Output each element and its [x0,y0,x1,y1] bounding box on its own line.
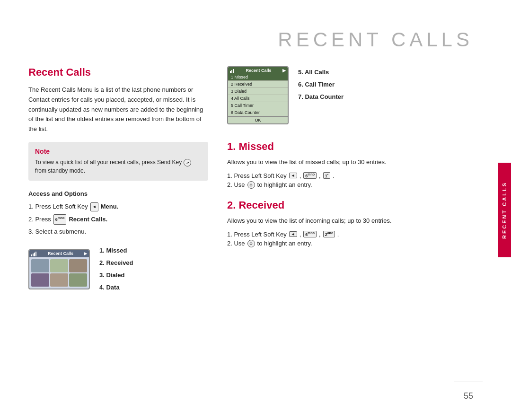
intro-text: The Recent Calls Menu is a list of the l… [28,85,208,134]
received-heading: 2. Received [227,199,483,211]
grid-cell-1 [31,259,49,272]
key-6mno-missed-icon: 6mno [303,172,317,179]
missed-step-1: 1. Press Left Soft Key ◄ , 6mno , 1▪ . [227,172,483,179]
access-options-heading: Access and Options [28,190,208,197]
key-6mno-received-icon: 6mno [303,231,317,237]
phone2-title-text: Recent Calls [48,251,73,256]
grid-cell-5 [50,273,68,287]
section-heading-recent-calls: Recent Calls [28,66,208,79]
missed-heading: 1. Missed [227,140,483,153]
phone-menu-data-counter: 6 Data Counter [228,109,288,116]
sidebar-tab-label: RECENT CALLS [502,182,507,239]
step-3: 3. Select a submenu. [28,226,208,238]
page-title-bar: RECENT CALLS [278,28,473,51]
menu-item-all-calls: 5. All Calls [298,66,344,79]
left-menu-items-list: 1. Missed 2. Received 3. Dialed 4. Data [99,245,133,294]
right-extra-menu-items: 5. All Calls 6. Call Timer 7. Data Count… [298,66,344,103]
menu-item-data-counter: 7. Data Counter [298,91,344,103]
right-column: Recent Calls ▶ 1 Missed 2 Received 3 Dia… [227,66,483,382]
sidebar-tab: RECENT CALLS [498,163,511,257]
phone-screen-title-bar: Recent Calls ▶ [228,67,288,74]
key-1-missed-icon: 1▪ [323,172,331,179]
key-6-icon: 6mno [53,214,67,224]
page-title: RECENT CALLS [278,28,473,51]
phone-menu-all-calls: 4 All Calls [228,95,288,102]
main-content: Recent Calls The Recent Calls Menu is a … [28,66,483,382]
menu-item-data: 4. Data [99,281,133,294]
received-description: Allows you to view the list of incoming … [227,216,483,226]
soft-key-left-icon-missed: ◄ [289,173,297,178]
phone2-title-bar: Recent Calls ▶ [29,250,89,257]
phone-ok-bar: OK [228,116,288,123]
soft-key-icon: ◄ [90,202,98,211]
received-step-1: 1. Press Left Soft Key ◄ , 6mno , 2abc . [227,231,483,238]
phone-menu-dialed: 3 Dialed [228,88,288,95]
note-box: Note To view a quick list of all your re… [28,142,208,181]
grid-cell-3 [69,259,87,272]
key-2abc-received-icon: 2abc [323,231,335,237]
step-1: 1. Press Left Soft Key ◄ Menu. [28,201,208,213]
menu-item-dialed: 3. Dialed [99,269,133,281]
phone-menu-call-timer: 5 Call Timer [228,102,288,109]
grid-cell-6 [69,273,87,287]
missed-step-2: 2. Use ⊙ to highlight an entry. [227,181,483,189]
signal-icon-2 [230,69,234,73]
page-number: 55 [464,391,473,401]
grid-cell-2 [50,259,68,272]
menu-item-received: 2. Received [99,257,133,269]
top-right-area: Recent Calls ▶ 1 Missed 2 Received 3 Dia… [227,66,483,131]
missed-description: Allows you to view the list of missed ca… [227,158,483,167]
phone-menu-missed: 1 Missed [228,74,288,81]
section-missed: 1. Missed Allows you to view the list of… [227,140,483,189]
section-received: 2. Received Allows you to view the list … [227,199,483,247]
signal-icon [31,252,36,256]
send-key-icon: ↗ [184,159,191,166]
nav-key-icon-missed: ⊙ [247,181,255,189]
phone-screen-images: Recent Calls ▶ [28,249,90,289]
note-text: To view a quick list of all your recent … [35,158,202,175]
menu-item-missed: 1. Missed [99,245,133,257]
menu-item-call-timer: 6. Call Timer [298,79,344,91]
note-label: Note [35,148,202,155]
step-2: 2. Press 6mno Recent Calls. [28,214,208,226]
soft-key-left-icon-received: ◄ [289,231,297,237]
phone-menu-received: 2 Received [228,81,288,88]
received-step-2: 2. Use ⊙ to highlight an entry. [227,240,483,247]
left-column: Recent Calls The Recent Calls Menu is a … [28,66,208,382]
menu-items-row: Recent Calls ▶ 1. Missed 2. Received 3. … [28,245,208,294]
phone-screen-title-text: Recent Calls [246,68,271,73]
grid-cell-4 [31,273,49,287]
access-steps: 1. Press Left Soft Key ◄ Menu. 2. Press … [28,201,208,238]
phone-screen-menu: Recent Calls ▶ 1 Missed 2 Received 3 Dia… [227,66,289,124]
phone2-grid [29,257,89,289]
nav-key-icon-received: ⊙ [247,240,255,247]
